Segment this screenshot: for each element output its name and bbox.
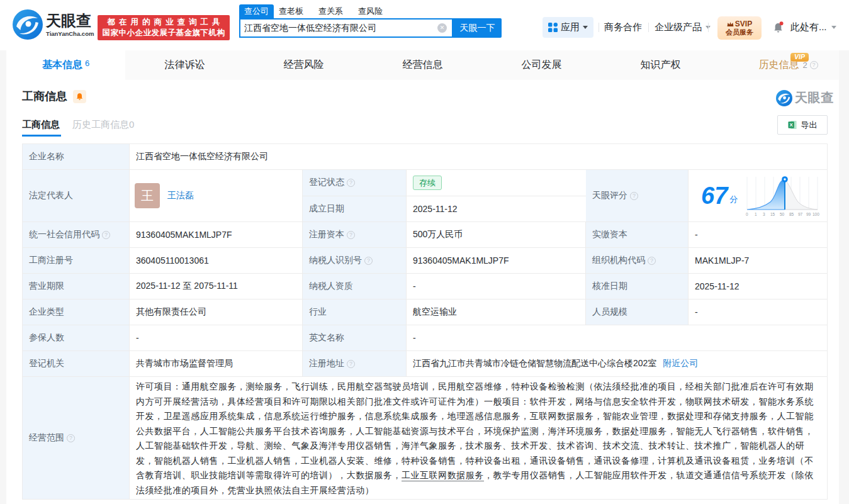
vip-badge: VIP — [790, 53, 809, 62]
insured-label: 参保人数 — [23, 325, 130, 350]
legal-rep-link[interactable]: 王法磊 — [167, 190, 194, 201]
paid-capital-label: 实缴资本 — [586, 222, 689, 247]
svg-text:50: 50 — [780, 212, 785, 216]
watermark-text: 天眼查 — [795, 89, 834, 106]
taxpayer-id-help-icon[interactable]: ? — [364, 257, 373, 265]
score-unit: 分 — [729, 194, 738, 205]
apps-menu[interactable]: 应用 — [543, 17, 593, 38]
nearby-companies-link[interactable]: 附近公司 — [663, 358, 698, 369]
search-tab-risk[interactable]: 查风险 — [358, 4, 383, 18]
tianyancha-logo-icon — [13, 9, 43, 40]
subscribe-bell-chip[interactable] — [73, 90, 86, 103]
svg-text:1: 1 — [755, 212, 757, 216]
scope-text-1: 许可项目：通用航空服务，测绘服务，飞行训练，民用航空器驾驶员培训，民用航空器维修… — [136, 381, 814, 480]
apps-caret-icon — [583, 26, 588, 29]
tab-history-info-count: 2 — [802, 60, 807, 70]
tab-company-development[interactable]: 公司发展 — [482, 50, 601, 80]
scope-value: 许可项目：通用航空服务，测绘服务，飞行训练，民用航空器驾驶员培训，民用航空器维修… — [130, 377, 827, 499]
scope-label-cell: 经营范围 ? — [23, 377, 130, 499]
search-box: 江西省空地一体低空经济有限公司 ✕ 天眼一下 — [239, 18, 502, 38]
search-button[interactable]: 天眼一下 — [453, 18, 502, 38]
reg-number-value: 360405110013061 — [130, 248, 303, 273]
search-tab-relation[interactable]: 查关系 — [318, 4, 343, 18]
scope-term-link[interactable]: 工业互联网数据服务 — [402, 470, 484, 481]
tab-legal-litigation[interactable]: 法律诉讼 — [125, 50, 244, 80]
registry-value: 共青城市市场监督管理局 — [130, 351, 303, 376]
notification-bell[interactable] — [772, 21, 785, 34]
enterprise-product-link[interactable]: 企业级产品 — [655, 21, 711, 33]
header-divider-1 — [599, 23, 599, 32]
logo-title: 天眼查 — [46, 12, 94, 29]
scope-label: 经营范围 — [29, 432, 64, 444]
reg-capital-label-cell: 注册资本 ? — [303, 222, 407, 247]
business-term-label: 营业期限 — [23, 274, 130, 299]
approval-date-value: 2025-11-12 — [689, 274, 827, 299]
tab-basic-info[interactable]: 基本信息 6 — [6, 50, 125, 80]
svip-sublabel: 会员服务 — [726, 28, 753, 36]
promo-line2: 国家中小企业发展子基金旗下机构 — [103, 28, 225, 38]
export-button[interactable]: X 导出 — [777, 115, 828, 135]
score-value-cell[interactable]: 67 分 — [689, 170, 827, 221]
company-type-label: 企业类型 — [23, 300, 130, 325]
header-divider-2 — [648, 23, 649, 32]
search-tab-company[interactable]: 查公司 — [239, 4, 274, 18]
subtab-history-business-info[interactable]: 历史工商信息0 — [72, 119, 134, 131]
header-divider-3 — [708, 23, 709, 32]
company-type-value: 其他有限责任公司 — [130, 300, 303, 325]
address-help-icon[interactable]: ? — [347, 360, 355, 368]
reg-capital-label: 注册资本 — [309, 229, 344, 240]
tab-operation-risk-label: 经营风险 — [284, 59, 324, 72]
business-info-table: 企业名称 江西省空地一体低空经济有限公司 法定代表人 王 王法磊 登记状态 ? … — [22, 143, 828, 500]
user-menu-label: 此处有... — [790, 21, 827, 33]
user-caret-icon — [831, 26, 836, 29]
reg-capital-value: 500万人民币 — [407, 222, 586, 247]
scope-help-icon[interactable]: ? — [67, 434, 75, 442]
promo-line1: 都在用的商业查询工具 — [104, 17, 224, 28]
row-reg-number: 工商注册号 360405110013061 纳税人识别号 ? 91360405M… — [23, 248, 827, 274]
business-cooperation-link[interactable]: 商务合作 — [604, 21, 642, 33]
reg-status-help-icon[interactable]: ? — [347, 179, 355, 187]
org-code-help-icon[interactable]: ? — [648, 257, 656, 265]
tab-basic-info-count: 6 — [85, 59, 89, 68]
orange-bell-icon — [76, 92, 84, 101]
taxpayer-id-label: 纳税人识别号 — [309, 255, 362, 266]
apps-label: 应用 — [561, 21, 580, 33]
svg-text:0: 0 — [746, 212, 748, 216]
establish-date-value: 2025-11-12 — [407, 196, 586, 222]
score-distribution-chart: 0 1 3 15 50 85 97 99 100 — [745, 174, 821, 217]
row-business-scope: 经营范围 ? 许可项目：通用航空服务，测绘服务，飞行训练，民用航空器驾驶员培训，… — [23, 377, 827, 499]
org-code-label: 组织机构代码 — [592, 255, 645, 266]
search-tab-boss[interactable]: 查老板 — [279, 4, 303, 18]
row-registry: 登记机关 共青城市市场监督管理局 注册地址 ? 江西省九江市共青城市冷链仓储智慧… — [23, 351, 827, 377]
svg-text:15: 15 — [770, 212, 775, 216]
tianyancha-logo[interactable]: 天眼查 TianYanCha.com — [13, 9, 94, 40]
score-help-icon[interactable]: ? — [630, 192, 638, 200]
subtab-active-underline — [22, 135, 61, 137]
tab-intellectual-property[interactable]: 知识产权 — [601, 50, 720, 80]
row-business-term: 营业期限 2025-11-12 至 2075-11-11 纳税人资质 - 核准日… — [23, 274, 827, 300]
row-credit-code: 统一社会信用代码 ? 91360405MAK1MLJP7F 注册资本 ? 500… — [23, 222, 827, 248]
subtab-business-info[interactable]: 工商信息 — [22, 119, 60, 131]
tab-history-info[interactable]: 历史信息 2 ? VIP — [720, 50, 839, 80]
crown-icon — [727, 21, 734, 27]
tianyancha-watermark: 天眼查 — [776, 89, 834, 106]
tab-operation-risk[interactable]: 经营风险 — [244, 50, 363, 80]
svip-membership-button[interactable]: SVIP 会员服务 — [717, 16, 762, 40]
tab-history-help-icon[interactable]: ? — [810, 61, 818, 69]
credit-code-help-icon[interactable]: ? — [102, 231, 110, 239]
notification-dot — [780, 21, 784, 25]
tab-operation-info[interactable]: 经营信息 — [363, 50, 482, 80]
score-number: 67 — [701, 183, 728, 208]
status-date-block: 登记状态 ? 存续 成立日期 2025-11-12 — [303, 170, 586, 221]
legal-rep-avatar[interactable]: 王 — [135, 183, 160, 208]
search-input[interactable]: 江西省空地一体低空经济有限公司 ✕ — [239, 18, 453, 38]
logo-domain: TianYanCha.com — [46, 30, 94, 37]
credit-code-label-cell: 统一社会信用代码 ? — [23, 222, 130, 247]
approval-date-label: 核准日期 — [586, 274, 689, 299]
search-clear-icon[interactable]: ✕ — [437, 23, 447, 33]
reg-capital-help-icon[interactable]: ? — [347, 231, 355, 239]
business-info-panel: 工商信息 天眼查 工商信息 历史工商信息0 X — [6, 80, 839, 504]
english-name-label: 英文名称 — [303, 325, 407, 350]
user-menu[interactable]: 此处有... — [790, 21, 836, 33]
legal-rep-label: 法定代表人 — [23, 170, 130, 221]
